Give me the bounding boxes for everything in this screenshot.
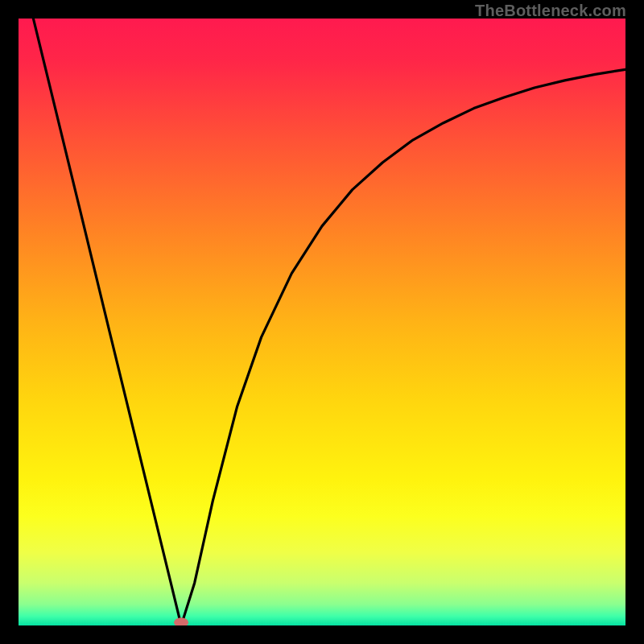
- gradient-bg: [19, 19, 625, 625]
- bottleneck-chart: [19, 19, 625, 625]
- chart-frame: [19, 19, 625, 625]
- watermark-label: TheBottleneck.com: [475, 2, 626, 20]
